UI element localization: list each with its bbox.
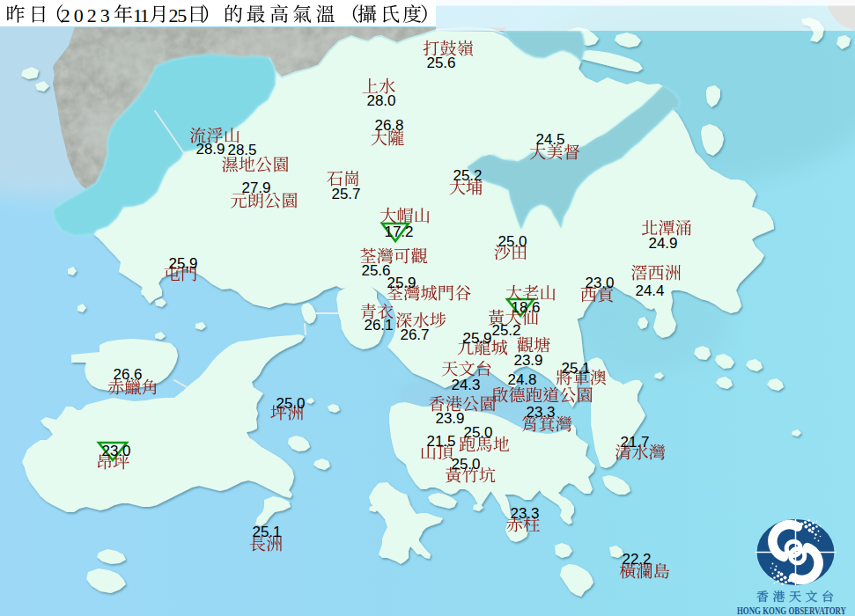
svg-text:24.4: 24.4: [635, 282, 664, 299]
svg-text:25.0: 25.0: [276, 395, 305, 412]
svg-text:28.5: 28.5: [227, 142, 256, 158]
svg-text:25.2: 25.2: [453, 167, 482, 184]
svg-text:23.9: 23.9: [435, 410, 464, 427]
svg-text:0: 0: [74, 4, 84, 26]
svg-text:25.0: 25.0: [451, 456, 480, 473]
svg-text:17.2: 17.2: [384, 224, 413, 240]
svg-text:23.3: 23.3: [510, 505, 539, 522]
svg-text:22.2: 22.2: [622, 551, 651, 568]
svg-text:1: 1: [140, 4, 150, 26]
svg-text:23.0: 23.0: [585, 275, 614, 291]
svg-text:25.2: 25.2: [491, 322, 520, 339]
svg-text:26.7: 26.7: [400, 326, 429, 343]
svg-text:28.9: 28.9: [195, 141, 225, 158]
svg-text:2: 2: [61, 4, 70, 26]
svg-text:27.9: 27.9: [241, 180, 270, 196]
svg-text:24.9: 24.9: [648, 235, 677, 252]
svg-text:26.8: 26.8: [374, 117, 403, 134]
svg-text:25.0: 25.0: [498, 233, 527, 250]
svg-text:25.7: 25.7: [331, 186, 360, 202]
svg-text:25.6: 25.6: [426, 55, 455, 71]
svg-text:2: 2: [87, 4, 97, 26]
svg-text:25.9: 25.9: [387, 275, 416, 291]
svg-text:21.5: 21.5: [426, 433, 455, 450]
svg-text:26.6: 26.6: [113, 366, 142, 383]
svg-text:24.3: 24.3: [451, 377, 480, 393]
svg-text:23.0: 23.0: [101, 443, 130, 459]
svg-text:24.8: 24.8: [507, 371, 536, 388]
svg-text:26.1: 26.1: [364, 317, 393, 334]
svg-text:3: 3: [100, 4, 110, 26]
svg-text:25.1: 25.1: [252, 524, 281, 540]
svg-text:5: 5: [177, 4, 187, 26]
svg-text:28.0: 28.0: [366, 92, 395, 109]
svg-text:23.3: 23.3: [526, 404, 555, 421]
svg-text:21.7: 21.7: [620, 434, 649, 451]
svg-text:25.0: 25.0: [463, 424, 492, 441]
svg-text:23.9: 23.9: [513, 352, 542, 369]
svg-text:25.9: 25.9: [168, 255, 197, 272]
svg-text:25.1: 25.1: [561, 360, 590, 377]
svg-text:HONG KONG OBSERVATORY: HONG KONG OBSERVATORY: [737, 605, 846, 616]
svg-text:25.9: 25.9: [462, 330, 491, 347]
svg-text:24.5: 24.5: [535, 131, 564, 148]
